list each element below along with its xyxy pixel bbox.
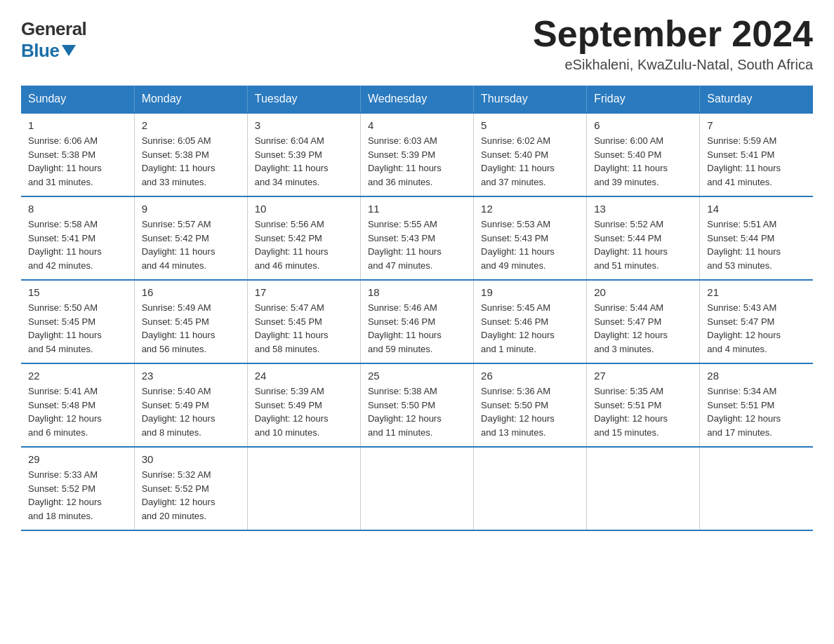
day-number: 30	[142, 453, 240, 465]
day-number: 27	[594, 370, 692, 382]
calendar-week-row: 22Sunrise: 5:41 AMSunset: 5:48 PMDayligh…	[21, 363, 813, 447]
location-title: eSikhaleni, KwaZulu-Natal, South Africa	[533, 57, 813, 73]
day-number: 20	[594, 286, 692, 298]
day-info: Sunrise: 5:58 AMSunset: 5:41 PMDaylight:…	[28, 217, 127, 272]
calendar-day-cell: 24Sunrise: 5:39 AMSunset: 5:49 PMDayligh…	[247, 363, 360, 447]
calendar-day-cell: 3Sunrise: 6:04 AMSunset: 5:39 PMDaylight…	[247, 113, 360, 196]
calendar-body: 1Sunrise: 6:06 AMSunset: 5:38 PMDaylight…	[21, 113, 813, 530]
calendar-day-cell: 13Sunrise: 5:52 AMSunset: 5:44 PMDayligh…	[587, 196, 700, 280]
calendar-day-cell: 19Sunrise: 5:45 AMSunset: 5:46 PMDayligh…	[474, 280, 587, 363]
day-number: 9	[142, 203, 240, 215]
day-number: 11	[368, 203, 466, 215]
calendar-day-cell: 18Sunrise: 5:46 AMSunset: 5:46 PMDayligh…	[360, 280, 473, 363]
day-number: 17	[255, 286, 353, 298]
day-info: Sunrise: 6:04 AMSunset: 5:39 PMDaylight:…	[255, 134, 353, 189]
day-info: Sunrise: 5:59 AMSunset: 5:41 PMDaylight:…	[707, 134, 806, 189]
day-info: Sunrise: 5:34 AMSunset: 5:51 PMDaylight:…	[707, 384, 806, 439]
day-info: Sunrise: 5:41 AMSunset: 5:48 PMDaylight:…	[28, 384, 127, 439]
calendar-week-row: 1Sunrise: 6:06 AMSunset: 5:38 PMDaylight…	[21, 113, 813, 196]
calendar-day-cell: 11Sunrise: 5:55 AMSunset: 5:43 PMDayligh…	[360, 196, 473, 280]
calendar-day-cell: 10Sunrise: 5:56 AMSunset: 5:42 PMDayligh…	[247, 196, 360, 280]
calendar-day-cell	[700, 447, 813, 530]
calendar-day-cell: 1Sunrise: 6:06 AMSunset: 5:38 PMDaylight…	[21, 113, 134, 196]
day-of-week-header: Saturday	[700, 86, 813, 113]
calendar-day-cell: 27Sunrise: 5:35 AMSunset: 5:51 PMDayligh…	[587, 363, 700, 447]
day-number: 8	[28, 203, 127, 215]
day-info: Sunrise: 5:49 AMSunset: 5:45 PMDaylight:…	[142, 301, 240, 356]
calendar-day-cell: 23Sunrise: 5:40 AMSunset: 5:49 PMDayligh…	[134, 363, 247, 447]
day-info: Sunrise: 5:36 AMSunset: 5:50 PMDaylight:…	[481, 384, 579, 439]
calendar-day-cell: 5Sunrise: 6:02 AMSunset: 5:40 PMDaylight…	[474, 113, 587, 196]
day-number: 3	[255, 119, 353, 131]
calendar-day-cell	[474, 447, 587, 530]
calendar-day-cell: 9Sunrise: 5:57 AMSunset: 5:42 PMDaylight…	[134, 196, 247, 280]
day-number: 21	[707, 286, 806, 298]
calendar-day-cell: 6Sunrise: 6:00 AMSunset: 5:40 PMDaylight…	[587, 113, 700, 196]
day-of-week-header: Thursday	[474, 86, 587, 113]
calendar-day-cell: 21Sunrise: 5:43 AMSunset: 5:47 PMDayligh…	[700, 280, 813, 363]
logo-blue-text: Blue	[21, 40, 76, 62]
calendar-day-cell	[587, 447, 700, 530]
day-number: 13	[594, 203, 692, 215]
day-of-week-header: Friday	[587, 86, 700, 113]
day-header-row: SundayMondayTuesdayWednesdayThursdayFrid…	[21, 86, 813, 113]
header: General Blue September 2024 eSikhaleni, …	[21, 14, 813, 73]
day-number: 10	[255, 203, 353, 215]
day-info: Sunrise: 6:05 AMSunset: 5:38 PMDaylight:…	[142, 134, 240, 189]
day-info: Sunrise: 5:46 AMSunset: 5:46 PMDaylight:…	[368, 301, 466, 356]
day-number: 19	[481, 286, 579, 298]
day-number: 23	[142, 370, 240, 382]
calendar-day-cell: 14Sunrise: 5:51 AMSunset: 5:44 PMDayligh…	[700, 196, 813, 280]
day-number: 6	[594, 119, 692, 131]
day-number: 15	[28, 286, 127, 298]
day-info: Sunrise: 5:47 AMSunset: 5:45 PMDaylight:…	[255, 301, 353, 356]
day-of-week-header: Tuesday	[247, 86, 360, 113]
day-info: Sunrise: 5:53 AMSunset: 5:43 PMDaylight:…	[481, 217, 579, 272]
day-number: 16	[142, 286, 240, 298]
calendar-day-cell: 7Sunrise: 5:59 AMSunset: 5:41 PMDaylight…	[700, 113, 813, 196]
calendar-week-row: 29Sunrise: 5:33 AMSunset: 5:52 PMDayligh…	[21, 447, 813, 530]
calendar-day-cell: 30Sunrise: 5:32 AMSunset: 5:52 PMDayligh…	[134, 447, 247, 530]
day-info: Sunrise: 5:45 AMSunset: 5:46 PMDaylight:…	[481, 301, 579, 356]
day-info: Sunrise: 5:39 AMSunset: 5:49 PMDaylight:…	[255, 384, 353, 439]
day-number: 5	[481, 119, 579, 131]
logo: General Blue	[21, 14, 86, 62]
calendar-table: SundayMondayTuesdayWednesdayThursdayFrid…	[21, 86, 813, 531]
day-info: Sunrise: 5:35 AMSunset: 5:51 PMDaylight:…	[594, 384, 692, 439]
calendar-header: SundayMondayTuesdayWednesdayThursdayFrid…	[21, 86, 813, 113]
day-info: Sunrise: 6:00 AMSunset: 5:40 PMDaylight:…	[594, 134, 692, 189]
day-number: 22	[28, 370, 127, 382]
day-info: Sunrise: 5:32 AMSunset: 5:52 PMDaylight:…	[142, 468, 240, 523]
title-area: September 2024 eSikhaleni, KwaZulu-Natal…	[533, 14, 813, 73]
day-number: 25	[368, 370, 466, 382]
day-info: Sunrise: 5:33 AMSunset: 5:52 PMDaylight:…	[28, 468, 127, 523]
day-info: Sunrise: 6:03 AMSunset: 5:39 PMDaylight:…	[368, 134, 466, 189]
day-info: Sunrise: 5:55 AMSunset: 5:43 PMDaylight:…	[368, 217, 466, 272]
calendar-day-cell: 22Sunrise: 5:41 AMSunset: 5:48 PMDayligh…	[21, 363, 134, 447]
day-info: Sunrise: 5:44 AMSunset: 5:47 PMDaylight:…	[594, 301, 692, 356]
day-number: 28	[707, 370, 806, 382]
day-number: 18	[368, 286, 466, 298]
day-info: Sunrise: 5:57 AMSunset: 5:42 PMDaylight:…	[142, 217, 240, 272]
day-of-week-header: Sunday	[21, 86, 134, 113]
day-of-week-header: Monday	[134, 86, 247, 113]
day-of-week-header: Wednesday	[360, 86, 473, 113]
day-number: 26	[481, 370, 579, 382]
logo-general-text: General	[21, 18, 86, 40]
day-number: 29	[28, 453, 127, 465]
day-number: 1	[28, 119, 127, 131]
calendar-day-cell: 16Sunrise: 5:49 AMSunset: 5:45 PMDayligh…	[134, 280, 247, 363]
day-number: 24	[255, 370, 353, 382]
calendar-day-cell	[360, 447, 473, 530]
day-info: Sunrise: 5:40 AMSunset: 5:49 PMDaylight:…	[142, 384, 240, 439]
calendar-day-cell: 4Sunrise: 6:03 AMSunset: 5:39 PMDaylight…	[360, 113, 473, 196]
day-info: Sunrise: 5:56 AMSunset: 5:42 PMDaylight:…	[255, 217, 353, 272]
month-title: September 2024	[533, 14, 813, 54]
calendar-day-cell: 8Sunrise: 5:58 AMSunset: 5:41 PMDaylight…	[21, 196, 134, 280]
day-info: Sunrise: 6:06 AMSunset: 5:38 PMDaylight:…	[28, 134, 127, 189]
day-number: 7	[707, 119, 806, 131]
logo-triangle-icon	[62, 45, 76, 56]
day-number: 2	[142, 119, 240, 131]
calendar-day-cell: 15Sunrise: 5:50 AMSunset: 5:45 PMDayligh…	[21, 280, 134, 363]
calendar-day-cell: 20Sunrise: 5:44 AMSunset: 5:47 PMDayligh…	[587, 280, 700, 363]
